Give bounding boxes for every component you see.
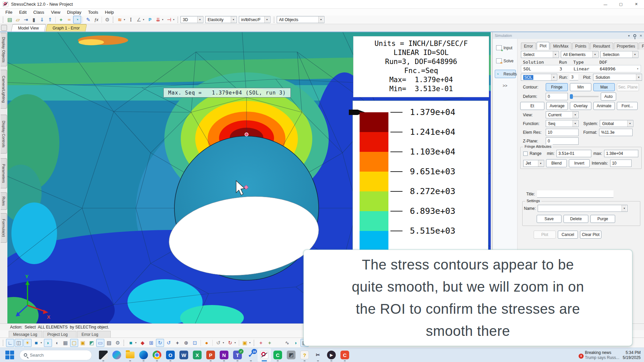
panel-menu-icon[interactable]: ▾ (628, 34, 630, 38)
sidebar-tab-display-controls[interactable]: Display Controls (1, 115, 7, 154)
nav-solve[interactable]: ＝ Solve (495, 57, 516, 65)
run-input[interactable] (570, 74, 578, 80)
file-explorer-app[interactable] (123, 348, 137, 362)
results-plot-icon[interactable]: ◔ (73, 16, 81, 23)
taskbar-search[interactable]: Search (19, 350, 92, 360)
review-icon[interactable]: ✎ (84, 16, 92, 23)
format-input[interactable] (599, 129, 633, 136)
fringe-min-input[interactable] (556, 150, 591, 157)
cancel-button[interactable]: Cancel (558, 231, 578, 239)
menu-file[interactable]: File (2, 9, 16, 15)
tab-error[interactable]: Error (521, 43, 536, 50)
highlight-cube-icon[interactable]: ◆ (139, 339, 147, 347)
sidebar-tab-formulae[interactable]: Formula(e) (1, 213, 7, 243)
view-previous-dropdown-icon[interactable]: ▾ (223, 341, 226, 344)
points-green-icon[interactable]: + (266, 339, 274, 347)
perspective-icon[interactable]: ◫ (15, 339, 23, 347)
discipline-combo[interactable]: Elasticity ▾ (205, 16, 237, 23)
purge-button[interactable]: Purge (590, 215, 615, 223)
chevron-down-icon[interactable]: ▾ (551, 74, 556, 80)
chevron-down-icon[interactable]: ▾ (592, 51, 597, 58)
rotate-view-icon[interactable]: ↻ (156, 339, 164, 347)
chevron-down-icon[interactable]: ▾ (553, 51, 558, 58)
system-combo[interactable]: Global▾ (600, 120, 633, 127)
chevron-down-icon[interactable]: ▾ (264, 16, 269, 23)
font-button[interactable]: Font... (617, 102, 638, 110)
utility-app[interactable]: ◩ (284, 348, 298, 362)
outlook-app[interactable]: O (164, 348, 177, 362)
deform-slider-knob[interactable] (570, 94, 573, 99)
pin-icon[interactable] (633, 34, 636, 37)
elements-combo[interactable]: All Elements▾ (561, 51, 598, 58)
layers-icon[interactable]: ≋ (116, 16, 124, 23)
new-model-icon[interactable]: ▤ (6, 16, 14, 23)
sidebar-tab-parameters[interactable]: Parameters (1, 158, 7, 188)
et-button[interactable]: Et (520, 102, 544, 110)
edge-app[interactable] (137, 348, 150, 362)
layout-icon[interactable]: ▣ (241, 339, 249, 347)
loads-icon[interactable]: ⇊ (154, 16, 162, 23)
tab-model-view[interactable]: Model View (11, 24, 46, 32)
formula-icon[interactable]: ƒx (92, 16, 100, 23)
delete-button[interactable]: Delete (564, 215, 588, 223)
word-app[interactable]: W (177, 348, 191, 362)
element-edges-icon[interactable]: ▣ (79, 339, 87, 347)
tab-project-log[interactable]: Project Log (43, 331, 76, 338)
dimension-combo[interactable]: 3D ▾ (180, 16, 203, 23)
deform-slider[interactable] (570, 96, 599, 97)
chevron-down-icon[interactable]: ▾ (573, 112, 578, 118)
layers-dropdown-icon[interactable]: ▾ (124, 18, 127, 21)
camtasia-recorder-app[interactable]: C (338, 348, 352, 362)
z-plane-input[interactable] (546, 137, 579, 145)
copilot-app[interactable] (110, 348, 123, 362)
object-cube-icon[interactable]: ■ (127, 339, 135, 347)
select-box-icon[interactable]: ⊞ (147, 339, 155, 347)
axes-toggle-icon[interactable]: ∟ (6, 339, 14, 347)
solid-view-icon[interactable]: ■ (32, 339, 40, 347)
simulation-panel-header[interactable]: Simulation ▾ ✕ (493, 32, 644, 39)
surface-icon[interactable]: ◗ (292, 339, 300, 347)
average-button[interactable]: Average (546, 102, 568, 110)
sec-plane-button[interactable]: Sec. Plane (617, 83, 639, 91)
edit-object-icon[interactable]: ＝ (65, 16, 73, 23)
sidebar-tab-camera-lighting[interactable]: Camera/Lighting (1, 70, 7, 109)
settings-name-combo[interactable]: ▾ (538, 205, 628, 212)
layout-dropdown-icon[interactable]: ▾ (249, 341, 252, 344)
menu-display[interactable]: Display (64, 9, 85, 15)
check-out-icon[interactable]: ⇑ (46, 16, 54, 23)
hatch-view-icon[interactable]: ▨ (105, 339, 113, 347)
tab-graph-error[interactable]: Graph 1 - Error (45, 24, 87, 32)
animate-button[interactable]: Animate (593, 102, 615, 110)
sidebar-tab-rules[interactable]: Rules (1, 192, 7, 210)
mesh-view-icon[interactable]: ▦ (61, 339, 69, 347)
objects-combo[interactable]: All Objects ▾ (277, 16, 324, 23)
news-headline[interactable]: Breaking news Trump says Russ... (585, 350, 620, 360)
save-icon[interactable]: ▮ (30, 16, 38, 23)
view-next-dropdown-icon[interactable]: ▾ (234, 341, 237, 344)
view-previous-icon[interactable]: ↺ (214, 339, 222, 347)
menu-view[interactable]: View (48, 9, 64, 15)
teams-app[interactable]: T✓ (231, 348, 244, 362)
sidebar-tab-display-objects[interactable]: Display Objects (1, 33, 7, 66)
tab-plot[interactable]: Plot (537, 42, 550, 50)
chevron-down-icon[interactable]: ▾ (538, 160, 543, 167)
chevron-down-icon[interactable]: ▾ (637, 67, 639, 70)
desktop-app[interactable] (97, 348, 110, 362)
maximize-button[interactable]: ▢ (613, 0, 629, 9)
nav-more-button[interactable]: >> (493, 83, 517, 88)
deform-input[interactable] (546, 93, 568, 100)
chevron-down-icon[interactable]: ▾ (318, 16, 323, 23)
constraints-icon[interactable]: ⊣ (165, 16, 173, 23)
import-icon[interactable]: ⇥ (22, 16, 30, 23)
points-red-icon[interactable]: + (257, 339, 265, 347)
tab-resultant[interactable]: Resultant (590, 43, 613, 50)
camtasia-app[interactable]: C (271, 348, 284, 362)
pan-view-icon[interactable]: + (173, 339, 181, 347)
display-settings-icon[interactable]: ⚙ (114, 339, 122, 347)
tab-message-log[interactable]: Message Log (9, 331, 42, 338)
intervals-input[interactable] (610, 160, 632, 167)
constraints-dropdown-icon[interactable]: ▾ (173, 18, 176, 21)
close-button[interactable]: ✕ (629, 0, 644, 9)
chevron-down-icon[interactable]: ▾ (573, 120, 578, 127)
stresscheck-app[interactable] (258, 348, 271, 362)
